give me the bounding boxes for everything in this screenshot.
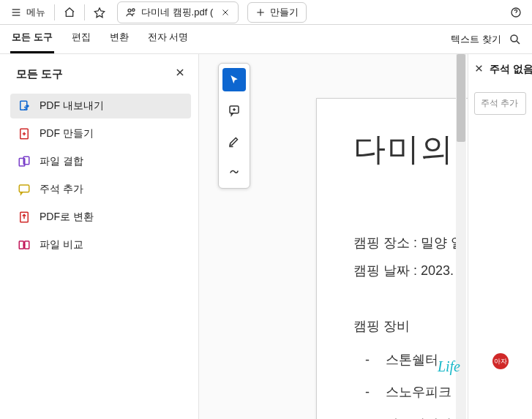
tab-filename: 다미네 캠핑.pdf ( [141,6,213,19]
menu-items: 모든 도구편집변환전자 서명 [10,25,190,53]
create-button[interactable]: 만들기 [247,2,307,23]
tool-item[interactable]: 주석 추가 [10,177,191,202]
convert-icon [18,211,31,224]
file-tab[interactable]: 다미네 캠핑.pdf ( [117,1,239,23]
tools-panel-close-button[interactable] [172,64,188,83]
tab-close-button[interactable] [220,7,231,18]
home-button[interactable] [58,2,81,23]
menu-bar: 모든 도구편집변환전자 서명 텍스트 찾기 [0,25,532,54]
main-area: 모든 도구 PDF 내보내기PDF 만들기파일 결합주석 추가PDF로 변환파일… [0,54,532,419]
divider [54,4,55,20]
search-text-label[interactable]: 텍스트 찾기 [451,33,501,46]
svg-rect-25 [25,241,29,249]
create-label: 만들기 [270,6,299,19]
highlighter-tool-button[interactable] [222,129,246,153]
menu-item[interactable]: 편집 [70,25,92,53]
floating-toolbar [218,63,250,189]
highlighter-icon [228,135,241,148]
close-icon [221,8,230,17]
compare-icon [18,238,31,252]
help-icon [510,7,522,18]
tool-item[interactable]: 파일 결합 [10,149,191,174]
freeform-tool-button[interactable] [222,160,246,184]
comments-panel-title: 주석 없음 [490,63,532,76]
export-icon [18,99,31,113]
tool-list: PDF 내보내기PDF 만들기파일 결합주석 추가PDF로 변환파일 비교 [10,94,191,257]
tool-item-label: PDF 내보내기 [40,99,104,113]
svg-point-5 [132,9,135,11]
comments-panel-close-button[interactable] [474,63,484,76]
tool-item[interactable]: PDF 내보내기 [10,94,191,118]
stamp-icon: 아자 [492,353,509,369]
people-icon [125,7,137,18]
svg-rect-22 [19,185,29,192]
menu-item[interactable]: 변환 [108,25,130,53]
tool-item[interactable]: PDF 만들기 [10,121,191,146]
tool-item-label: 파일 비교 [40,238,83,252]
plus-icon [255,7,266,18]
svg-point-4 [128,9,131,12]
svg-rect-24 [19,241,23,249]
pointer-tool-button[interactable] [222,68,246,91]
hamburger-icon [10,7,22,18]
svg-point-12 [511,35,517,42]
star-button[interactable] [88,2,111,23]
watermark-text: Life [438,358,460,375]
tool-item[interactable]: PDF로 변환 [10,205,191,230]
tools-panel: 모든 도구 PDF 내보내기PDF 만들기파일 결합주석 추가PDF로 변환파일… [0,54,199,419]
home-icon [64,7,75,18]
star-icon [94,7,105,18]
menu-item[interactable]: 전자 서명 [146,25,190,53]
menu-item[interactable]: 모든 도구 [10,25,54,53]
svg-line-13 [517,41,520,44]
divider [84,4,85,20]
tools-panel-title: 모든 도구 [16,67,63,81]
title-bar: 메뉴 다미네 캠핑.pdf ( 만들기 [0,0,532,25]
tool-item-label: PDF로 변환 [40,211,94,224]
tool-item-label: 주석 추가 [40,183,83,196]
freeform-icon [228,165,241,178]
tool-item-label: 파일 결합 [40,155,83,168]
comment-icon [18,183,31,196]
search-icon[interactable] [509,33,522,46]
document-area: 다미의 캠핑 장소 : 밀양 일 캠핑 날짜 : 2023. 캠핑 장비 스톤쉘… [199,54,532,419]
tool-item-label: PDF 만들기 [40,127,94,140]
sticky-note-tool-button[interactable] [222,99,246,122]
tool-item[interactable]: 파일 비교 [10,233,191,257]
svg-marker-3 [94,8,104,18]
close-icon [474,64,484,73]
sticky-note-icon [228,104,241,117]
pointer-icon [228,74,240,86]
help-button[interactable] [504,2,528,23]
create-icon [18,127,31,140]
hamburger-menu-button[interactable]: 메뉴 [4,2,51,23]
close-icon [175,67,185,78]
add-comment-input[interactable]: 주석 추가 [474,92,526,115]
combine-icon [18,155,31,168]
menu-label: 메뉴 [26,6,45,19]
scrollbar-thumb[interactable] [457,54,465,142]
